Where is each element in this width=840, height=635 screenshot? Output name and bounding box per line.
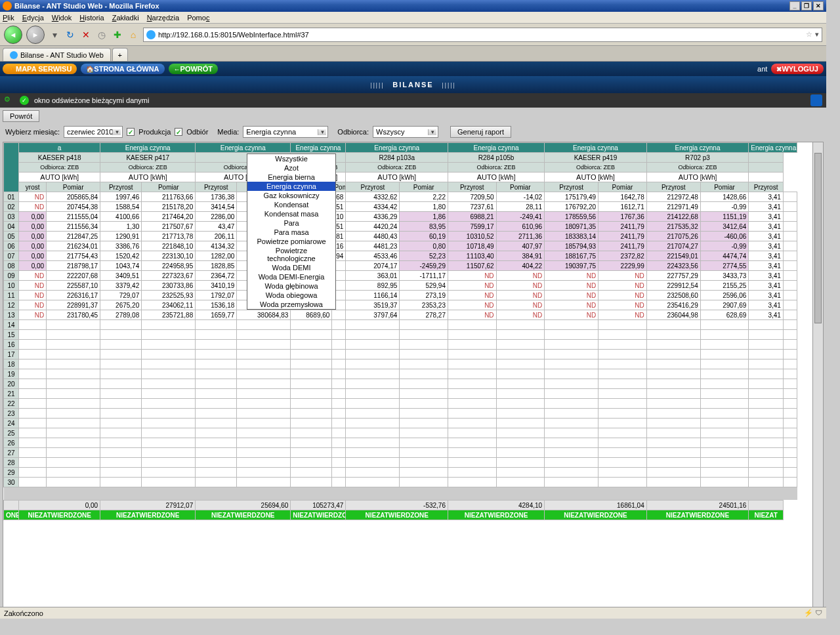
table-row: 23 [4, 409, 797, 419]
tab-label: Bilanse - ANT Studio Web [20, 51, 104, 59]
dropdown-option[interactable]: Powietrze pomiarowe [247, 237, 335, 246]
dropdown-option[interactable]: Woda przemysłowa [247, 300, 335, 309]
home-icon[interactable]: ⌂ [127, 29, 139, 41]
user-label: ant [757, 65, 767, 73]
table-row: 070,00217754,431520,42223130,101282,0094… [4, 251, 797, 261]
dropdown-option[interactable]: Gaz koksowniczy [247, 191, 335, 200]
status-row: ⚙ ✓ okno odświeżone bieżącymi danymi [0, 93, 826, 108]
table-row: 10ND225587,103379,42230733,863410,193546… [4, 281, 797, 291]
table-row: 17 [4, 350, 797, 359]
table-row: 29 [4, 468, 797, 478]
menu-pomoc[interactable]: Pomoc [187, 14, 209, 22]
dropdown-option[interactable]: Kondensat masa [247, 209, 335, 218]
dropdown-option[interactable]: Para masa [247, 228, 335, 237]
menu-historia[interactable]: Historia [79, 14, 104, 22]
go-dropdown-icon[interactable]: ▾ [815, 30, 819, 39]
nav-mapa-serwisu[interactable]: 🔸 MAPA SERWISU [3, 64, 77, 74]
label-odbior: Odbiór [186, 128, 208, 136]
status-icons: ⚡ 🛡 [804, 609, 822, 617]
dropdown-icon[interactable]: ▾ [49, 29, 60, 41]
table-row: 09ND222207,683409,51227323,672364,723439… [4, 271, 797, 281]
generuj-raport-button[interactable]: Generuj raport [450, 126, 511, 138]
gear-icon[interactable]: ⚙ [4, 95, 14, 106]
dropdown-option[interactable]: Wszystkie [247, 154, 335, 163]
table-row: 28 [4, 458, 797, 468]
table-row: 15 [4, 330, 797, 340]
powrot-button[interactable]: Powrót [3, 110, 39, 122]
table-row: 21 [4, 389, 797, 399]
toolbar: ◄ ► ▾ ↻ ✕ ◷ ✚ ⌂ ☆ ▾ [0, 24, 826, 46]
reload-icon[interactable]: ↻ [64, 29, 76, 41]
menu-edycja[interactable]: Edycja [22, 14, 44, 22]
dropdown-option[interactable]: Woda obiegowa [247, 291, 335, 300]
dropdown-option[interactable]: Energia bierna [247, 173, 335, 182]
firefox-icon [3, 1, 12, 10]
menu-zakladki[interactable]: Zakładki [112, 14, 139, 22]
dropdown-option[interactable]: Woda DEMI-Energia [247, 272, 335, 281]
table-row: 16 [4, 340, 797, 350]
table-row: 050,00212847,251290,91217713,78206,11814… [4, 232, 797, 241]
dropdown-option[interactable]: Para [247, 218, 335, 228]
dropdown-option[interactable]: Energia czynna [247, 182, 335, 191]
checkbox-odbior[interactable]: ✓ [175, 128, 182, 136]
checkbox-produkcja[interactable]: ✓ [127, 128, 135, 136]
table-row: 20 [4, 379, 797, 389]
tab-bilanse[interactable]: Bilanse - ANT Studio Web [3, 48, 111, 61]
table-row: 26 [4, 438, 797, 448]
tab-favicon [10, 51, 18, 59]
media-select[interactable]: Energia czynna [243, 126, 328, 138]
stop-icon[interactable]: ✕ [80, 29, 92, 41]
table-row: 25 [4, 428, 797, 438]
app-title: ||||| BILANSE ||||| [0, 76, 826, 93]
dropdown-option[interactable]: Woda DEMI [247, 263, 335, 272]
table-row: 040,00211556,341,30217507,6743,47514420,… [4, 222, 797, 232]
table-row: 22 [4, 399, 797, 409]
new-tab-button[interactable]: + [112, 48, 128, 61]
label-wybierz: Wybierz miesiąc: [5, 128, 60, 136]
dropdown-option[interactable]: Kondensat [247, 200, 335, 209]
minimize-button[interactable]: _ [789, 1, 800, 10]
status-text: Zakończono [4, 609, 43, 617]
menu-narzedzia[interactable]: Narzędzia [147, 14, 180, 22]
maximize-button[interactable]: ❐ [801, 1, 812, 10]
menu-plik[interactable]: Plik [3, 14, 14, 22]
clock-icon[interactable]: ◷ [96, 29, 108, 41]
table-row: 060,00216234,013386,76221848,104134,3216… [4, 241, 797, 251]
label-media: Media: [217, 128, 239, 136]
month-select[interactable]: czerwiec 2010 [64, 126, 123, 138]
table-row: 080,00218798,171043,74224958,951828,8533… [4, 261, 797, 271]
url-bar[interactable]: ☆ ▾ [143, 28, 822, 42]
status-message: okno odświeżone bieżącymi danymi [34, 96, 149, 104]
nav-powrot[interactable]: ← POWRÓT [169, 64, 219, 74]
window-title: Bilanse - ANT Studio Web - Mozilla Firef… [14, 2, 159, 10]
app-nav: 🔸 MAPA SERWISU 🏠 STRONA GŁÓWNA ← POWRÓT … [0, 62, 826, 76]
dropdown-option[interactable]: Woda głębinowa [247, 281, 335, 291]
dropdown-option[interactable]: Azot [247, 163, 335, 173]
table-row: 24 [4, 419, 797, 428]
table-row: 18 [4, 359, 797, 369]
site-icon [146, 30, 156, 39]
filters-row: Wybierz miesiąc: czerwiec 2010 ✓ Produkc… [3, 122, 824, 142]
url-input[interactable] [158, 31, 806, 39]
menu-widok[interactable]: Widok [52, 14, 72, 22]
vertical-scrollbar[interactable] [812, 142, 823, 609]
speaker-icon[interactable] [810, 94, 822, 106]
check-icon: ✓ [20, 96, 29, 105]
table-row: 27 [4, 448, 797, 458]
close-button[interactable]: ✕ [813, 1, 824, 10]
back-button[interactable]: ◄ [4, 26, 22, 44]
label-produkcja: Produkcja [138, 128, 171, 136]
odbiorca-select[interactable]: Wszyscy [373, 126, 438, 138]
nav-strona-glowna[interactable]: 🏠 STRONA GŁÓWNA [81, 64, 164, 74]
table-row: 030,00211555,044100,66217464,202286,0010… [4, 212, 797, 222]
addon-icon[interactable]: ✚ [112, 29, 123, 41]
star-icon[interactable]: ☆ [806, 30, 812, 39]
nav-wyloguj[interactable]: ✖ WYLOGUJ [771, 64, 824, 74]
table-row: 13ND231780,452789,08235721,881659,773806… [4, 310, 797, 320]
table-row: 14 [4, 320, 797, 330]
table-row: 11ND226316,17729,07232525,931792,0736342… [4, 291, 797, 300]
media-dropdown-list[interactable]: WszystkieAzotEnergia biernaEnergia czynn… [247, 154, 336, 310]
browser-status-bar: Zakończono ⚡ 🛡 [0, 607, 826, 619]
dropdown-option[interactable]: Powietrze technologiczne [247, 246, 335, 263]
forward-button[interactable]: ► [26, 26, 45, 44]
